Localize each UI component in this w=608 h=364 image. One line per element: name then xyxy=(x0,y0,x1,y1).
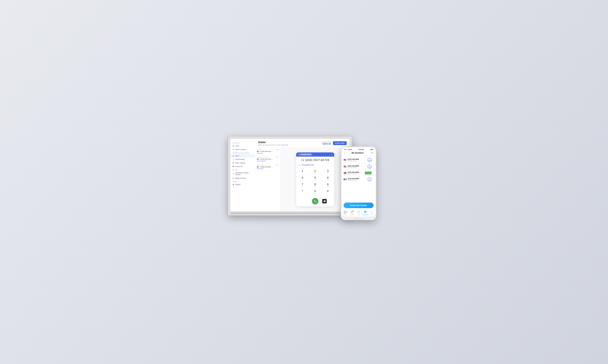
sidebar-item-support[interactable]: Support xyxy=(230,183,255,186)
dial-key-4[interactable]: 4 ghi xyxy=(296,175,309,182)
dial-num-2: 2 xyxy=(314,169,316,172)
dial-key-9[interactable]: 9 wxyz xyxy=(322,182,334,188)
communication-section-label: COMMUNICATION CENTER xyxy=(230,151,255,154)
dial-key-7[interactable]: 7 qrs xyxy=(296,182,309,188)
phone-tab-my-numbers[interactable]: My Numbers xyxy=(362,210,369,216)
phone-title: My Numbers xyxy=(352,152,364,154)
sidebar-item-phone-numbers[interactable]: Phone numbers xyxy=(230,148,255,151)
call-log-number-1: 🇺🇸 +1 (314) 202-2726 ↗ xyxy=(257,158,279,160)
contacts-icon xyxy=(233,166,234,167)
phone-number-item-3[interactable]: 🇫🇷 (323) 426-8905 Business phone 2 days … xyxy=(342,176,375,183)
page-subtitle: Make calls directly from the console. Se… xyxy=(258,144,288,146)
sidebar-item-intl-minutes[interactable]: International calling minutes xyxy=(230,171,255,176)
phone-number-num-0: (323) 426-8905 xyxy=(348,158,366,160)
sidebar-item-dialer[interactable]: Dialer xyxy=(230,154,255,158)
phone-tab-dial[interactable]: Dial xyxy=(355,210,362,216)
badge-unit-0: months xyxy=(368,160,371,161)
dial-key-hash[interactable]: # xyxy=(322,188,334,195)
chats-tab-label: Chats xyxy=(344,214,347,215)
call-log-name-1: Jessica Waynes xyxy=(257,160,279,162)
sidebar-item-contact-list[interactable]: Contact list xyxy=(230,165,255,168)
my-numbers-tab-label: My Numbers xyxy=(362,214,368,215)
dial-letters-7: qrs xyxy=(302,186,303,187)
external-link-icon-0: ↗ xyxy=(271,151,272,152)
dial-key-6[interactable]: 6 nop xyxy=(322,175,334,182)
dial-num-0: 0 xyxy=(314,190,316,193)
call-log-item-1[interactable]: Yesterday at 11:09 AM 00:00 🇺🇸 +1 (314) … xyxy=(255,155,280,163)
dial-letters-4: ghi xyxy=(302,179,303,181)
sidebar-item-video-meeting-label: Video meeting xyxy=(235,162,245,164)
my-numbers-tab-icon xyxy=(364,211,366,214)
phone-number-num-1: (323) 426-8905 xyxy=(348,165,366,167)
badge-num-0: 2 xyxy=(369,159,370,160)
phone-header: ‹ My Numbers 699 xyxy=(342,151,375,156)
phone-flag-0: 🇺🇸 xyxy=(344,158,346,161)
chevron-right-icon-0: › xyxy=(373,159,374,161)
sidebar-item-call-recording[interactable]: Call recording xyxy=(230,158,255,161)
phone-flag-1: 🇺🇸 xyxy=(344,165,346,168)
sidebar-item-users[interactable]: Users xyxy=(230,144,255,148)
phone-number-type-0: Business phone xyxy=(348,160,366,162)
phone-tab-chats[interactable]: 💬 Chats xyxy=(342,210,349,216)
expand-icon[interactable]: ⤡ xyxy=(331,154,332,156)
phone-device: ●●●○○ Carrier 9:41 AM 100% ‹ My Numbers … xyxy=(341,146,376,220)
call-log-num-text-2: +1 (888) 029-0029 xyxy=(259,166,271,168)
dial-key-star[interactable]: * xyxy=(296,188,309,195)
phone-tab-bar: 💬 Chats Contacts Dial xyxy=(342,210,375,217)
external-link-icon-1: ↗ xyxy=(271,158,272,160)
phone-number-type-1: Business phone xyxy=(348,167,366,168)
phone-number-item-0[interactable]: 🇺🇸 (323) 426-8905 Business phone 2 month… xyxy=(342,157,375,163)
phone-tab-more[interactable]: ••• More xyxy=(369,210,375,216)
contacts-tab-icon xyxy=(351,211,353,214)
sidebar-item-billing-summary[interactable]: Billing summary xyxy=(230,176,255,180)
phone-count: 699 xyxy=(371,152,373,154)
balance-section: YOUR BALANCE $242.53 xyxy=(321,141,331,145)
sidebar-item-phone-numbers-label: Phone numbers xyxy=(235,149,246,150)
phone-home-indicator xyxy=(341,218,376,220)
phone-number-type-3: Business phone xyxy=(348,180,366,181)
create-new-number-button[interactable]: Create New Number xyxy=(344,203,374,208)
phone-number-item-2[interactable]: 🇬🇧 (323) 426-8905 Business phone UNLIMIT… xyxy=(342,170,375,176)
phone-tab-contacts[interactable]: Contacts xyxy=(349,210,355,216)
call-log-meta-0: 12:34 PM 07:09 xyxy=(257,149,279,150)
dial-key-8[interactable]: 8 tuv xyxy=(309,182,322,188)
dial-key-3[interactable]: 3 def xyxy=(322,168,334,175)
admin-section-label: ADMIN xyxy=(230,180,255,183)
dial-key-5[interactable]: 5 klm xyxy=(309,175,322,182)
phone-number-item-1[interactable]: 🇺🇸 (323) 426-8905 Business phone 4 days … xyxy=(342,163,375,170)
billing-section-label: BILLING xyxy=(230,168,255,171)
back-button[interactable]: ‹ xyxy=(344,152,345,154)
accounts-section-label: ACCOUNTS xyxy=(230,141,255,144)
video-icon xyxy=(233,162,234,164)
dial-letters-6: nop xyxy=(327,179,329,181)
add-credits-button[interactable]: $ Add credits xyxy=(333,141,347,145)
dial-num-4: 4 xyxy=(302,176,303,179)
dial-key-0[interactable]: 0 + xyxy=(309,188,322,195)
call-log-meta-2: 09/21 at 1:23 PM 09:02 xyxy=(257,164,279,166)
dial-tab-icon xyxy=(357,211,360,214)
dialer-from-row: from: NY business line ▾ xyxy=(296,163,334,167)
hash-icon xyxy=(233,149,234,150)
call-log-item-2[interactable]: 09/21 at 1:23 PM 09:02 🇺🇸 +1 (888) 029-0… xyxy=(255,163,280,171)
dropdown-arrow-icon[interactable]: ▾ xyxy=(332,164,332,166)
call-log-duration-1: 00:00 xyxy=(276,157,279,158)
card-icon xyxy=(233,177,234,179)
phone-number-badge-2: UNLIMITED xyxy=(365,172,372,174)
from-value: NY business line xyxy=(302,164,331,166)
call-log-name-0[interactable]: Add name xyxy=(257,153,279,154)
contacts-tab-label: Contacts xyxy=(349,214,354,215)
chats-tab-icon: 💬 xyxy=(344,211,347,214)
call-button[interactable] xyxy=(312,198,318,204)
sidebar-item-video-meeting[interactable]: Video meeting xyxy=(230,161,255,165)
phone-number-details-3: (323) 426-8905 Business phone xyxy=(348,178,366,181)
dial-pad: 1 2 abc 3 xyxy=(296,167,334,196)
dial-key-1[interactable]: 1 xyxy=(296,168,309,175)
call-log-num-text-1: +1 (314) 202-2726 xyxy=(259,158,271,160)
sidebar-item-billing-summary-label: Billing summary xyxy=(235,177,246,179)
backspace-button[interactable] xyxy=(322,199,327,203)
chevron-right-icon-3: › xyxy=(373,178,374,180)
call-log-item-0[interactable]: 12:34 PM 07:09 🇺🇸 +1 (202) 555-0109 ↗ Ad… xyxy=(255,148,280,155)
dial-key-2[interactable]: 2 abc xyxy=(309,168,322,175)
pricing-link[interactable]: See pricing xyxy=(281,144,288,146)
call-log-name-2: Bob Masser xyxy=(257,168,279,169)
